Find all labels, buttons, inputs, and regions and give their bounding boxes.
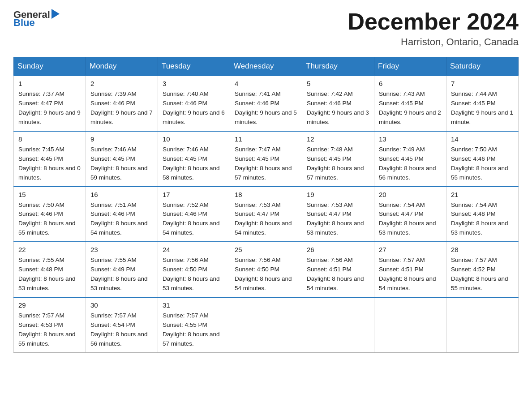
day-info: Sunrise: 7:39 AMSunset: 4:46 PMDaylight:… [90,90,153,127]
day-number: 19 [307,191,369,198]
table-row: 23 Sunrise: 7:55 AMSunset: 4:49 PMDaylig… [86,242,158,297]
day-info: Sunrise: 7:41 AMSunset: 4:46 PMDaylight:… [235,90,297,127]
day-number: 11 [235,135,297,143]
calendar-week-row: 29 Sunrise: 7:57 AMSunset: 4:53 PMDaylig… [14,297,519,352]
day-number: 24 [163,246,225,253]
table-row: 1 Sunrise: 7:37 AMSunset: 4:47 PMDayligh… [14,76,86,131]
day-info: Sunrise: 7:55 AMSunset: 4:48 PMDaylight:… [18,256,81,293]
day-info: Sunrise: 7:57 AMSunset: 4:55 PMDaylight:… [163,311,225,349]
day-info: Sunrise: 7:53 AMSunset: 4:47 PMDaylight:… [307,201,369,238]
location: Harriston, Ontario, Canada [348,36,519,48]
day-number: 29 [18,301,81,309]
table-row: 17 Sunrise: 7:52 AMSunset: 4:46 PMDaylig… [158,187,230,242]
calendar-week-row: 1 Sunrise: 7:37 AMSunset: 4:47 PMDayligh… [14,76,519,131]
table-row [446,297,519,352]
day-info: Sunrise: 7:57 AMSunset: 4:51 PMDaylight:… [379,256,442,293]
table-row: 7 Sunrise: 7:44 AMSunset: 4:45 PMDayligh… [446,76,519,131]
day-info: Sunrise: 7:54 AMSunset: 4:48 PMDaylight:… [451,201,514,238]
table-row: 26 Sunrise: 7:56 AMSunset: 4:51 PMDaylig… [302,242,374,297]
svg-marker-0 [51,9,60,19]
day-info: Sunrise: 7:42 AMSunset: 4:46 PMDaylight:… [307,90,369,127]
day-number: 16 [90,191,153,198]
day-info: Sunrise: 7:56 AMSunset: 4:50 PMDaylight:… [235,256,297,293]
col-saturday: Saturday [446,57,519,76]
table-row: 19 Sunrise: 7:53 AMSunset: 4:47 PMDaylig… [302,187,374,242]
day-number: 3 [163,80,225,87]
col-tuesday: Tuesday [158,57,230,76]
table-row: 21 Sunrise: 7:54 AMSunset: 4:48 PMDaylig… [446,187,519,242]
table-row: 5 Sunrise: 7:42 AMSunset: 4:46 PMDayligh… [302,76,374,131]
calendar-header-row: Sunday Monday Tuesday Wednesday Thursday… [14,57,519,76]
day-info: Sunrise: 7:56 AMSunset: 4:50 PMDaylight:… [163,256,225,293]
day-number: 12 [307,135,369,143]
day-info: Sunrise: 7:54 AMSunset: 4:47 PMDaylight:… [379,201,442,238]
day-number: 1 [18,80,81,87]
logo-arrow-icon [51,9,60,19]
day-number: 10 [163,135,225,143]
table-row [230,297,302,352]
table-row: 12 Sunrise: 7:48 AMSunset: 4:45 PMDaylig… [302,131,374,187]
month-title: December 2024 [348,9,519,34]
table-row: 3 Sunrise: 7:40 AMSunset: 4:46 PMDayligh… [158,76,230,131]
day-number: 2 [90,80,153,87]
day-info: Sunrise: 7:50 AMSunset: 4:46 PMDaylight:… [451,145,514,183]
table-row: 15 Sunrise: 7:50 AMSunset: 4:46 PMDaylig… [14,187,86,242]
day-number: 4 [235,80,297,87]
table-row: 28 Sunrise: 7:57 AMSunset: 4:52 PMDaylig… [446,242,519,297]
col-thursday: Thursday [302,57,374,76]
table-row: 14 Sunrise: 7:50 AMSunset: 4:46 PMDaylig… [446,131,519,187]
table-row: 24 Sunrise: 7:56 AMSunset: 4:50 PMDaylig… [158,242,230,297]
calendar-week-row: 15 Sunrise: 7:50 AMSunset: 4:46 PMDaylig… [14,187,519,242]
table-row: 2 Sunrise: 7:39 AMSunset: 4:46 PMDayligh… [86,76,158,131]
day-number: 28 [451,246,514,253]
table-row: 18 Sunrise: 7:53 AMSunset: 4:47 PMDaylig… [230,187,302,242]
calendar-table: Sunday Monday Tuesday Wednesday Thursday… [13,57,519,352]
day-info: Sunrise: 7:40 AMSunset: 4:46 PMDaylight:… [163,90,225,127]
day-info: Sunrise: 7:48 AMSunset: 4:45 PMDaylight:… [307,145,369,183]
day-info: Sunrise: 7:52 AMSunset: 4:46 PMDaylight:… [163,201,225,238]
day-number: 9 [90,135,153,143]
day-number: 6 [379,80,442,87]
calendar-week-row: 8 Sunrise: 7:45 AMSunset: 4:45 PMDayligh… [14,131,519,187]
day-number: 21 [451,191,514,198]
day-number: 23 [90,246,153,253]
day-info: Sunrise: 7:46 AMSunset: 4:45 PMDaylight:… [163,145,225,183]
day-info: Sunrise: 7:47 AMSunset: 4:45 PMDaylight:… [235,145,297,183]
table-row: 27 Sunrise: 7:57 AMSunset: 4:51 PMDaylig… [374,242,446,297]
day-number: 5 [307,80,369,87]
day-number: 18 [235,191,297,198]
page-header: General Blue December 2024 Harriston, On… [13,9,519,48]
day-info: Sunrise: 7:50 AMSunset: 4:46 PMDaylight:… [18,201,81,238]
table-row: 13 Sunrise: 7:49 AMSunset: 4:45 PMDaylig… [374,131,446,187]
table-row: 6 Sunrise: 7:43 AMSunset: 4:45 PMDayligh… [374,76,446,131]
calendar-week-row: 22 Sunrise: 7:55 AMSunset: 4:48 PMDaylig… [14,242,519,297]
day-number: 14 [451,135,514,143]
logo: General Blue [13,9,60,29]
table-row [374,297,446,352]
table-row: 9 Sunrise: 7:46 AMSunset: 4:45 PMDayligh… [86,131,158,187]
table-row: 11 Sunrise: 7:47 AMSunset: 4:45 PMDaylig… [230,131,302,187]
day-number: 13 [379,135,442,143]
day-info: Sunrise: 7:53 AMSunset: 4:47 PMDaylight:… [235,201,297,238]
day-number: 30 [90,301,153,309]
day-number: 20 [379,191,442,198]
table-row: 22 Sunrise: 7:55 AMSunset: 4:48 PMDaylig… [14,242,86,297]
day-info: Sunrise: 7:55 AMSunset: 4:49 PMDaylight:… [90,256,153,293]
table-row: 31 Sunrise: 7:57 AMSunset: 4:55 PMDaylig… [158,297,230,352]
day-info: Sunrise: 7:57 AMSunset: 4:52 PMDaylight:… [451,256,514,293]
day-number: 17 [163,191,225,198]
day-number: 15 [18,191,81,198]
day-number: 25 [235,246,297,253]
day-info: Sunrise: 7:44 AMSunset: 4:45 PMDaylight:… [451,90,514,127]
table-row: 16 Sunrise: 7:51 AMSunset: 4:46 PMDaylig… [86,187,158,242]
logo-blue: Blue [13,17,35,29]
day-number: 7 [451,80,514,87]
day-number: 22 [18,246,81,253]
table-row: 29 Sunrise: 7:57 AMSunset: 4:53 PMDaylig… [14,297,86,352]
day-number: 31 [163,301,225,309]
table-row [302,297,374,352]
col-sunday: Sunday [14,57,86,76]
table-row: 20 Sunrise: 7:54 AMSunset: 4:47 PMDaylig… [374,187,446,242]
day-info: Sunrise: 7:51 AMSunset: 4:46 PMDaylight:… [90,201,153,238]
day-info: Sunrise: 7:49 AMSunset: 4:45 PMDaylight:… [379,145,442,183]
